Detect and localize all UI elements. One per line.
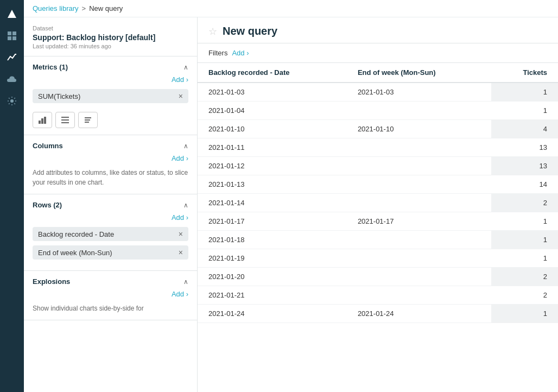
explosions-header: Explosions ∧ [33, 277, 188, 286]
cell-tickets: 13 [491, 157, 558, 175]
table-row: 2021-01-1314 [198, 175, 558, 194]
cell-week [347, 249, 491, 268]
table-row: 2021-01-1113 [198, 138, 558, 157]
cell-tickets: 1 [491, 83, 558, 102]
svg-rect-4 [12, 36, 16, 40]
metrics-chip: SUM(Tickets) × [33, 89, 188, 103]
cell-week: 2021-01-17 [347, 212, 491, 231]
rows-header: Rows (2) ∧ [33, 201, 188, 209]
cell-week [347, 268, 491, 286]
metrics-add-link[interactable]: Add › [33, 75, 188, 84]
metrics-header: Metrics (1) ∧ [33, 63, 188, 71]
cell-tickets: 14 [491, 175, 558, 194]
cell-tickets: 2 [491, 286, 558, 305]
explosions-section: Explosions ∧ Add › Show individual chart… [24, 271, 197, 320]
rows-chip-1: End of week (Mon-Sun)× [33, 245, 188, 260]
table-row: 2021-01-142 [198, 194, 558, 212]
explosions-hint: Show individual charts side-by-side for [33, 304, 188, 313]
query-header: ☆ New query [198, 17, 558, 43]
logo-icon[interactable] [2, 4, 22, 24]
table-row: 2021-01-172021-01-171 [198, 212, 558, 231]
left-navigation [0, 0, 24, 392]
rows-chip-remove-1[interactable]: × [179, 248, 183, 257]
cell-date: 2021-01-18 [198, 231, 347, 249]
dataset-label: Dataset [33, 25, 188, 31]
cell-date: 2021-01-13 [198, 175, 347, 194]
rows-chips-container: Backlog recorded - Date×End of week (Mon… [33, 227, 188, 264]
cell-date: 2021-01-19 [198, 249, 347, 268]
columns-chevron[interactable]: ∧ [183, 142, 188, 150]
breadcrumb-current: New query [89, 4, 123, 12]
cell-week [347, 286, 491, 305]
chart-type-icons [33, 112, 188, 128]
cell-week [347, 175, 491, 194]
svg-rect-3 [8, 36, 11, 40]
rows-chevron[interactable]: ∧ [183, 201, 188, 209]
cell-date: 2021-01-10 [198, 120, 347, 138]
cell-date: 2021-01-21 [198, 286, 347, 305]
explosions-chevron[interactable]: ∧ [183, 278, 188, 286]
cell-tickets: 4 [491, 120, 558, 138]
col-header-week: End of week (Mon-Sun) [347, 63, 491, 83]
table-row: 2021-01-1213 [198, 157, 558, 175]
settings-icon[interactable] [2, 91, 22, 111]
columns-section: Columns ∧ Add › Add attributes to column… [24, 135, 197, 194]
main-content: Queries library > New query Dataset Supp… [24, 0, 558, 392]
star-icon[interactable]: ☆ [208, 26, 217, 37]
filters-add-link[interactable]: Add › [232, 49, 249, 57]
metrics-title: Metrics (1) [33, 63, 68, 71]
table-row: 2021-01-032021-01-031 [198, 83, 558, 102]
table-row: 2021-01-181 [198, 231, 558, 249]
rows-title: Rows (2) [33, 201, 62, 209]
col-header-tickets: Tickets [491, 63, 558, 83]
svg-rect-11 [61, 122, 69, 123]
columns-hint: Add attributes to columns, like dates or… [33, 168, 188, 187]
filters-bar: Filters Add › [198, 43, 558, 63]
cell-date: 2021-01-12 [198, 157, 347, 175]
bar-chart-icon[interactable] [33, 112, 52, 128]
grid-icon[interactable] [2, 26, 22, 46]
cell-date: 2021-01-04 [198, 102, 347, 120]
breadcrumb-separator: > [82, 4, 86, 12]
data-table-container: Backlog recorded - Date End of week (Mon… [198, 63, 558, 392]
breadcrumb-library-link[interactable]: Queries library [33, 4, 79, 12]
metrics-chip-label: SUM(Tickets) [38, 92, 80, 100]
cloud-icon[interactable] [2, 69, 22, 89]
cell-date: 2021-01-20 [198, 268, 347, 286]
columns-add-link[interactable]: Add › [33, 154, 188, 162]
table-row: 2021-01-202 [198, 268, 558, 286]
svg-rect-9 [61, 117, 69, 118]
sidebar: Dataset Support: Backlog history [defaul… [24, 17, 198, 392]
metrics-chevron[interactable]: ∧ [183, 64, 188, 71]
query-title: New query [223, 25, 277, 37]
rows-add-link[interactable]: Add › [33, 213, 188, 222]
filters-label: Filters [208, 49, 227, 57]
chart-nav-icon[interactable] [2, 48, 22, 67]
cell-tickets: 2 [491, 194, 558, 212]
text-chart-icon[interactable] [78, 112, 98, 128]
cell-tickets: 1 [491, 231, 558, 249]
explosions-add-link[interactable]: Add › [33, 290, 188, 298]
table-chart-icon[interactable] [55, 112, 75, 128]
cell-date: 2021-01-14 [198, 194, 347, 212]
metrics-chip-remove[interactable]: × [179, 92, 183, 100]
rows-chip-0: Backlog recorded - Date× [33, 227, 188, 241]
svg-rect-10 [61, 119, 69, 121]
rows-chip-remove-0[interactable]: × [179, 230, 183, 238]
svg-rect-6 [39, 121, 41, 124]
main-panel: ☆ New query Filters Add › Backlog record… [198, 17, 558, 392]
col-header-date: Backlog recorded - Date [198, 63, 347, 83]
svg-point-5 [10, 99, 14, 103]
dataset-updated: Last updated: 36 minutes ago [33, 43, 188, 49]
svg-rect-1 [8, 31, 11, 35]
cell-week [347, 138, 491, 157]
cell-week [347, 157, 491, 175]
cell-tickets: 1 [491, 249, 558, 268]
cell-week: 2021-01-03 [347, 83, 491, 102]
rows-chip-label-0: Backlog recorded - Date [38, 230, 114, 238]
cell-tickets: 1 [491, 305, 558, 323]
table-row: 2021-01-041 [198, 102, 558, 120]
cell-tickets: 2 [491, 268, 558, 286]
explosions-title: Explosions [33, 277, 70, 286]
table-body: 2021-01-032021-01-0312021-01-0412021-01-… [198, 83, 558, 323]
